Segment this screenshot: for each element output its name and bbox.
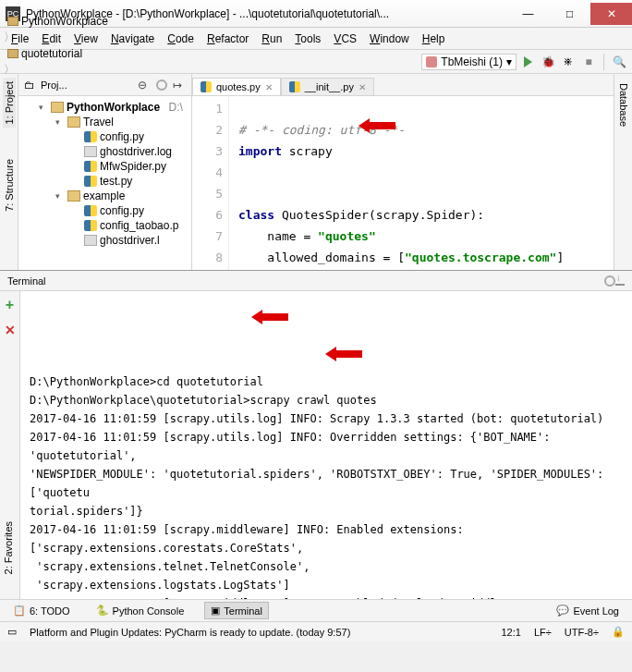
chevron-down-icon[interactable]: ▾	[55, 117, 65, 127]
editor-tabs: quotes.py✕__init__.py✕	[192, 74, 614, 96]
gear-icon[interactable]	[156, 79, 167, 91]
event-log-tab[interactable]: 💬 Event Log	[551, 603, 625, 618]
terminal-output[interactable]: D:\PythonWorkplace>cd quotetutorialD:\Py…	[20, 291, 632, 599]
tree-item-label: MfwSpider.py	[100, 160, 166, 173]
menu-vcs[interactable]: VCS	[328, 31, 362, 47]
navigation-bar: PythonWorkplace〉quotetutorial〉quotetutor…	[0, 50, 632, 74]
terminal-line: 'scrapy.extensions.telnet.TelnetConsole'…	[30, 557, 623, 576]
editor-tab[interactable]: __init__.py✕	[281, 78, 374, 95]
annotation-arrow-icon	[261, 313, 288, 321]
caret-position: 12:1	[502, 627, 521, 638]
tree-item-label: config.py	[100, 130, 144, 143]
run-config-selector[interactable]: TbMeishi (1) ▾	[421, 54, 517, 70]
menu-refactor[interactable]: Refactor	[201, 31, 254, 47]
run-button[interactable]	[518, 53, 537, 71]
tree-root[interactable]: ▾ PythonWorkplace D:\	[18, 100, 191, 115]
favorites-tool-tab[interactable]: 2: Favorites	[2, 518, 15, 578]
tree-item[interactable]: test.py	[18, 174, 191, 189]
menu-window[interactable]: Window	[364, 31, 415, 47]
line-gutter: 12345678	[192, 96, 229, 270]
folder-icon	[7, 17, 18, 26]
code-content[interactable]: # -*- coding: utf-8 -*- import scrapy cl…	[229, 96, 614, 270]
terminal-line: 2017-04-16 11:01:59 [scrapy.middleware] …	[30, 520, 623, 539]
root-label: PythonWorkplace	[67, 101, 160, 114]
log-file-icon	[84, 146, 97, 157]
log-file-icon	[84, 235, 97, 246]
tree-item[interactable]: MfwSpider.py	[18, 159, 191, 174]
close-button[interactable]: ✕	[590, 3, 632, 25]
minimize-button[interactable]: —	[507, 3, 549, 25]
line-number: 5	[192, 183, 223, 204]
project-tree[interactable]: ▾ PythonWorkplace D:\ ▾Travelconfig.pygh…	[18, 96, 191, 251]
chevron-down-icon[interactable]: ▾	[39, 103, 48, 112]
tree-item[interactable]: config.py	[18, 203, 191, 218]
search-everywhere-button[interactable]: 🔍	[610, 53, 628, 71]
line-number: 2	[192, 119, 223, 141]
hide-icon[interactable]	[615, 276, 625, 286]
menu-help[interactable]: Help	[417, 31, 451, 47]
file-encoding[interactable]: UTF-8÷	[565, 627, 599, 638]
hide-icon[interactable]: ↦	[173, 79, 186, 92]
close-tab-icon[interactable]: ✕	[359, 82, 366, 92]
run-config-label: TbMeishi (1)	[441, 55, 503, 68]
tree-item[interactable]: config.py	[18, 129, 191, 144]
terminal-line: 'scrapy.extensions.logstats.LogStats']	[30, 576, 623, 594]
line-separator[interactable]: LF÷	[534, 627, 552, 638]
root-path: D:\	[168, 101, 182, 114]
chevron-right-icon: 〉	[4, 31, 15, 43]
bottom-tool-stripe: 📋 6: TODO 🐍 Python Console ▣ Terminal 💬 …	[0, 599, 632, 621]
python-file-icon	[84, 176, 97, 187]
tree-item[interactable]: config_taobao.p	[18, 218, 191, 233]
gear-icon[interactable]	[604, 275, 615, 287]
terminal-tab[interactable]: ▣ Terminal	[204, 602, 269, 619]
menu-run[interactable]: Run	[256, 31, 287, 47]
collapse-icon[interactable]: ⊖	[138, 79, 151, 92]
folder-icon	[67, 190, 80, 202]
tree-item-label: config.py	[100, 204, 144, 217]
maximize-button[interactable]: □	[549, 3, 590, 25]
structure-tool-tab[interactable]: 7: Structure	[3, 155, 16, 215]
tree-item-label: Travel	[83, 116, 114, 128]
database-tool-tab[interactable]: Database	[617, 79, 630, 130]
annotation-arrow-icon	[368, 122, 395, 129]
menu-code[interactable]: Code	[162, 31, 200, 47]
tree-item[interactable]: ▾Travel	[18, 115, 191, 129]
project-tool-tab[interactable]: 1: Project	[3, 78, 16, 128]
close-tab-icon[interactable]: ✕	[265, 82, 273, 92]
add-terminal-button[interactable]: +	[6, 297, 14, 313]
breadcrumb-item[interactable]: PythonWorkplace	[4, 13, 112, 30]
terminal-panel: Terminal + ✕ D:\PythonWorkplace>cd quote…	[0, 270, 632, 599]
line-number: 1	[192, 98, 223, 119]
folder-icon	[7, 49, 18, 58]
terminal-line: torial.spiders']}	[30, 502, 623, 520]
python-file-icon	[201, 81, 212, 92]
left-tool-stripe: 1: Project 7: Structure	[0, 74, 18, 270]
debug-button[interactable]: 🐞	[539, 53, 557, 71]
terminal-title: Terminal	[7, 275, 604, 287]
play-icon	[524, 56, 532, 67]
project-view-icon: 🗀	[24, 79, 35, 92]
editor-area: quotes.py✕__init__.py✕ 12345678 # -*- co…	[192, 74, 614, 270]
terminal-line: 2017-04-16 11:01:59 [scrapy.utils.log] I…	[30, 428, 623, 465]
tree-item-label: config_taobao.p	[100, 219, 178, 232]
python-file-icon	[84, 131, 97, 142]
todo-tab[interactable]: 📋 6: TODO	[7, 603, 76, 618]
chevron-down-icon[interactable]: ▾	[55, 191, 65, 201]
python-console-tab[interactable]: 🐍 Python Console	[91, 603, 190, 618]
line-number: 8	[192, 247, 223, 268]
tree-item[interactable]: ghostdriver.l	[18, 233, 191, 248]
code-area[interactable]: 12345678 # -*- coding: utf-8 -*- import …	[192, 96, 614, 270]
coverage-button[interactable]: ⛯	[559, 53, 577, 71]
line-number: 6	[192, 204, 223, 226]
close-terminal-button[interactable]: ✕	[5, 323, 16, 337]
tree-item[interactable]: ▾example	[18, 189, 191, 203]
terminal-line: D:\PythonWorkplace\quotetutorial>scrapy …	[30, 391, 623, 409]
menu-navigate[interactable]: Navigate	[105, 31, 160, 47]
tree-item[interactable]: ghostdriver.log	[18, 144, 191, 159]
lock-icon[interactable]: 🔒	[612, 626, 625, 638]
tree-item-label: ghostdriver.log	[100, 145, 172, 158]
editor-tab[interactable]: quotes.py✕	[192, 78, 281, 95]
menu-tools[interactable]: Tools	[289, 31, 326, 47]
breadcrumb-item[interactable]: quotetutorial	[4, 45, 112, 62]
stop-button[interactable]: ■	[579, 53, 598, 71]
